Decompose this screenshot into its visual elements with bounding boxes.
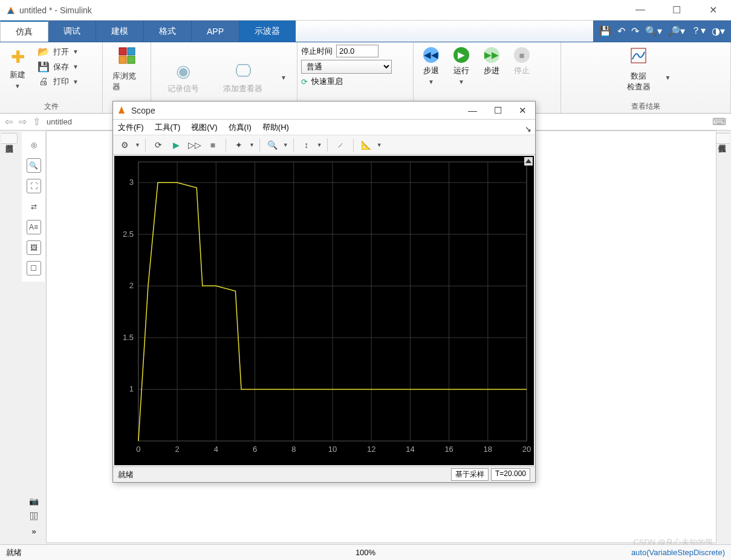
scope-measure-icon[interactable]: 📐 bbox=[359, 137, 374, 153]
scope-plot[interactable]: 0246810121416182011.522.53 bbox=[114, 156, 534, 465]
folder-open-icon: 📂 bbox=[37, 46, 50, 57]
maximize-button[interactable]: ☐ bbox=[664, 4, 689, 16]
svg-text:3: 3 bbox=[129, 178, 134, 187]
library-label: 库浏览器 bbox=[112, 71, 141, 92]
add-viewer-button[interactable]: 🖵 添加查看器 bbox=[217, 59, 268, 97]
record-signal-button[interactable]: ◉ 记录信号 bbox=[161, 59, 205, 97]
step-forward-button[interactable]: ▶▶步进 bbox=[478, 45, 505, 79]
nav-back-icon[interactable]: ⇦ bbox=[5, 116, 13, 127]
svg-text:2.5: 2.5 bbox=[123, 230, 134, 239]
model-browser-tab[interactable]: 模型浏览器 bbox=[1, 133, 18, 144]
sim-mode-select[interactable]: 普通 bbox=[301, 60, 392, 74]
svg-text:8: 8 bbox=[291, 445, 296, 454]
library-browser-button[interactable]: 库浏览器 bbox=[106, 45, 147, 95]
scope-menu-sim[interactable]: 仿真(I) bbox=[229, 122, 252, 133]
scope-trigger-icon[interactable]: ✦ bbox=[231, 137, 247, 153]
status-ready: 就绪 bbox=[6, 547, 22, 558]
data-inspector-button[interactable]: 数据 检查器 bbox=[621, 45, 657, 95]
scope-pin-icon[interactable]: ↘ bbox=[525, 124, 531, 134]
nav-fwd-icon[interactable]: ⇨ bbox=[19, 116, 27, 127]
scope-run-icon[interactable]: ▶ bbox=[169, 137, 184, 153]
tab-debug[interactable]: 调试 bbox=[48, 21, 96, 42]
undo-icon[interactable]: ↶ bbox=[617, 25, 625, 37]
tab-simulate[interactable]: 仿真 bbox=[0, 21, 48, 42]
image-icon[interactable]: 🖼 bbox=[27, 240, 41, 255]
scope-minimize-button[interactable]: — bbox=[464, 105, 481, 116]
svg-rect-2 bbox=[119, 56, 126, 63]
scope-step-icon[interactable]: ▷▷ bbox=[187, 137, 203, 153]
scope-titlebar: Scope — ☐ ✕ bbox=[113, 101, 535, 120]
window-title: untitled * - Simulink bbox=[19, 5, 92, 15]
scope-zoom-icon[interactable]: 🔍 bbox=[265, 137, 281, 153]
target-icon[interactable]: ◎ bbox=[27, 138, 41, 152]
hierarchy-icon[interactable]: ⿲ bbox=[30, 512, 38, 521]
annotate-icon[interactable]: A≡ bbox=[27, 220, 41, 234]
scope-window: Scope — ☐ ✕ 文件(F) 工具(T) 视图(V) 仿真(I) 帮助(H… bbox=[112, 101, 536, 483]
zoom-in-icon[interactable]: 🔍 bbox=[27, 158, 41, 173]
viewer-label: 添加查看器 bbox=[223, 83, 262, 94]
scope-restart-icon[interactable]: ⟳ bbox=[151, 137, 166, 153]
svg-text:2: 2 bbox=[175, 445, 179, 454]
record-label: 记录信号 bbox=[167, 83, 199, 94]
more-icon[interactable]: ◑▾ bbox=[712, 25, 725, 37]
help-icon[interactable]: ？▾ bbox=[691, 25, 706, 37]
tab-modeling[interactable]: 建模 bbox=[96, 21, 144, 42]
scope-cursor-icon[interactable]: ⟋ bbox=[333, 137, 348, 153]
scope-menu-file[interactable]: 文件(F) bbox=[118, 122, 144, 133]
new-button[interactable]: ✚ 新建 ▼ bbox=[4, 45, 31, 92]
scope-menu-help[interactable]: 帮助(H) bbox=[262, 122, 289, 133]
tab-apps[interactable]: APP bbox=[192, 21, 239, 42]
camera-icon[interactable]: 📷 bbox=[29, 497, 39, 506]
scope-config-icon[interactable]: ⚙ bbox=[117, 137, 132, 153]
svg-text:20: 20 bbox=[522, 445, 531, 454]
status-bar: 就绪 100% auto(VariableStepDiscrete) bbox=[0, 544, 731, 560]
prepare-more-icon[interactable]: ▼ bbox=[281, 74, 287, 81]
close-button[interactable]: ✕ bbox=[701, 4, 725, 16]
scope-stop-icon[interactable]: ■ bbox=[205, 137, 221, 153]
scope-menu-tools[interactable]: 工具(T) bbox=[155, 122, 181, 133]
search-icon[interactable]: 🔍▾ bbox=[645, 25, 662, 37]
scope-menu-view[interactable]: 视图(V) bbox=[191, 122, 217, 133]
scope-close-button[interactable]: ✕ bbox=[515, 105, 530, 116]
tab-format[interactable]: 格式 bbox=[144, 21, 192, 42]
step-forward-icon: ▶▶ bbox=[484, 47, 499, 63]
canvas-toolbar-bottom: 📷 ⿲ » bbox=[22, 491, 46, 542]
redo-icon[interactable]: ↷ bbox=[631, 25, 639, 37]
scope-title-text: Scope bbox=[131, 106, 155, 115]
box-icon[interactable]: ☐ bbox=[27, 261, 41, 275]
expand-icon[interactable]: » bbox=[31, 527, 36, 536]
nav-up-icon[interactable]: ⇧ bbox=[33, 116, 41, 127]
open-button[interactable]: 📂打开▼ bbox=[34, 45, 82, 59]
titlebar: untitled * - Simulink — ☐ ✕ bbox=[0, 0, 731, 21]
svg-text:2: 2 bbox=[129, 281, 134, 290]
save-shortcut-icon[interactable]: 💾 bbox=[599, 25, 611, 37]
fast-restart-icon[interactable]: ⟳ bbox=[301, 77, 308, 86]
tab-scope[interactable]: 示波器 bbox=[239, 21, 296, 42]
step-back-label: 步退 bbox=[423, 65, 439, 76]
run-button[interactable]: ▶运行▼ bbox=[447, 45, 475, 88]
stop-time-label: 停止时间 bbox=[301, 46, 333, 57]
scope-maximize-button[interactable]: ☐ bbox=[490, 105, 505, 116]
svg-text:6: 6 bbox=[253, 445, 257, 454]
canvas-toolbar: ◎ 🔍 ⛶ ⇄ A≡ 🖼 ☐ bbox=[22, 132, 46, 282]
find-icon[interactable]: 🔎▾ bbox=[668, 25, 685, 37]
svg-text:4: 4 bbox=[214, 445, 218, 454]
minimize-button[interactable]: — bbox=[628, 4, 652, 16]
stop-time-input[interactable] bbox=[336, 45, 378, 57]
keyboard-icon[interactable]: ⌨ bbox=[712, 116, 726, 127]
fit-view-icon[interactable]: ⛶ bbox=[27, 179, 41, 193]
auto-arrange-icon[interactable]: ⇄ bbox=[27, 199, 41, 214]
status-zoom[interactable]: 100% bbox=[356, 548, 375, 557]
print-button[interactable]: 🖨打印▼ bbox=[34, 75, 82, 88]
scope-status-time: T=20.000 bbox=[491, 468, 530, 481]
step-forward-label: 步进 bbox=[484, 65, 499, 76]
step-back-button[interactable]: ◀◀步退▼ bbox=[417, 45, 445, 88]
stop-button[interactable]: ■停止 bbox=[508, 45, 536, 79]
review-more-icon[interactable]: ▼ bbox=[665, 74, 671, 81]
svg-text:18: 18 bbox=[484, 445, 492, 454]
inspector-label: 数据 检查器 bbox=[627, 71, 651, 92]
scope-autoscale-icon[interactable]: ↕ bbox=[299, 137, 314, 153]
status-solver[interactable]: auto(VariableStepDiscrete) bbox=[631, 548, 725, 557]
breadcrumb-text[interactable]: untitled bbox=[47, 117, 72, 126]
save-button[interactable]: 💾保存▼ bbox=[34, 60, 82, 74]
